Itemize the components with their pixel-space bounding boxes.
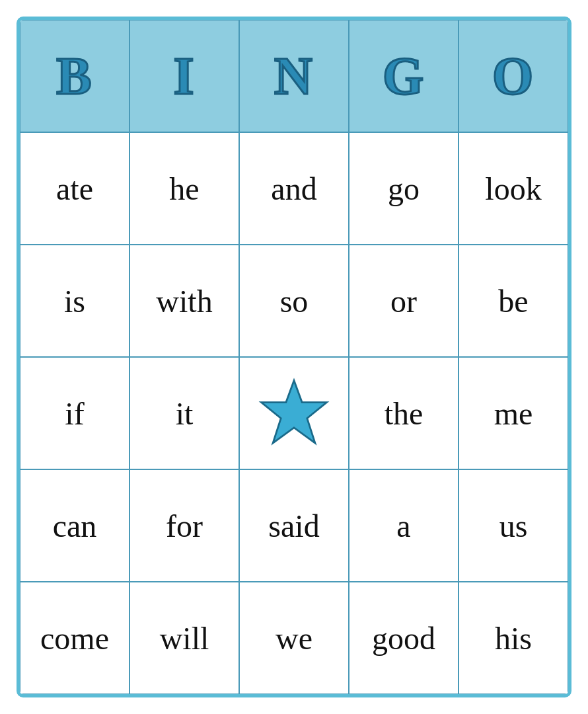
cell-me[interactable]: me bbox=[459, 357, 568, 469]
cell-is[interactable]: is bbox=[20, 245, 129, 357]
cell-can[interactable]: can bbox=[20, 469, 129, 582]
cell-for[interactable]: for bbox=[129, 469, 239, 582]
cell-come[interactable]: come bbox=[20, 582, 129, 694]
header-i: I bbox=[129, 20, 239, 132]
cell-ate[interactable]: ate bbox=[20, 132, 129, 245]
header-g: G bbox=[349, 20, 459, 132]
bingo-grid: B I N G O ate he and go look bbox=[20, 20, 568, 694]
cell-we[interactable]: we bbox=[239, 582, 349, 694]
header-letter-b: B bbox=[56, 46, 92, 106]
star-icon bbox=[258, 377, 330, 450]
cell-so[interactable]: so bbox=[239, 245, 349, 357]
cell-the[interactable]: the bbox=[349, 357, 459, 469]
cell-his[interactable]: his bbox=[459, 582, 568, 694]
header-letter-g: G bbox=[383, 46, 425, 106]
cell-go[interactable]: go bbox=[349, 132, 459, 245]
svg-marker-0 bbox=[262, 381, 327, 444]
cell-and[interactable]: and bbox=[239, 132, 349, 245]
cell-it[interactable]: it bbox=[129, 357, 239, 469]
cell-or[interactable]: or bbox=[349, 245, 459, 357]
cell-with[interactable]: with bbox=[129, 245, 239, 357]
cell-free-star[interactable] bbox=[239, 357, 349, 469]
header-letter-o: O bbox=[492, 46, 534, 106]
header-o: O bbox=[459, 20, 568, 132]
cell-look[interactable]: look bbox=[459, 132, 568, 245]
cell-will[interactable]: will bbox=[129, 582, 239, 694]
header-letter-i: I bbox=[173, 46, 195, 106]
cell-be[interactable]: be bbox=[459, 245, 568, 357]
header-letter-n: N bbox=[274, 46, 314, 106]
cell-said[interactable]: said bbox=[239, 469, 349, 582]
bingo-card: B I N G O ate he and go look bbox=[17, 17, 571, 697]
header-n: N bbox=[239, 20, 349, 132]
cell-a[interactable]: a bbox=[349, 469, 459, 582]
header-b: B bbox=[20, 20, 129, 132]
cell-good[interactable]: good bbox=[349, 582, 459, 694]
cell-he[interactable]: he bbox=[129, 132, 239, 245]
cell-if[interactable]: if bbox=[20, 357, 129, 469]
cell-us[interactable]: us bbox=[459, 469, 568, 582]
